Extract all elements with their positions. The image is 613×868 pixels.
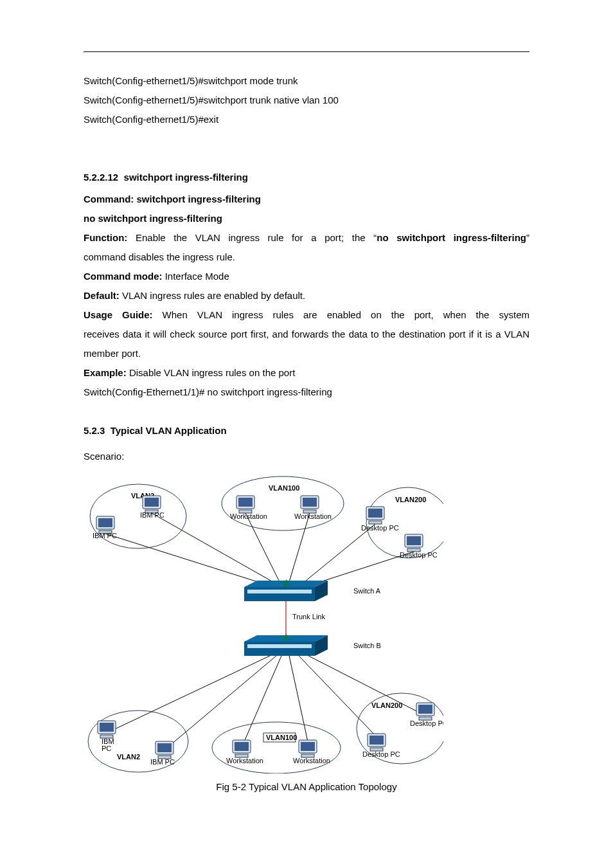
- mode-text: Interface Mode: [165, 271, 229, 282]
- svg-rect-55: [301, 742, 315, 751]
- svg-line-25: [302, 524, 375, 584]
- command-label: Command:: [84, 194, 134, 204]
- label-vlan100-bot: VLAN100: [266, 734, 297, 741]
- usage-text-2: receives data it will check source port …: [84, 325, 529, 363]
- pc-icon: [416, 703, 434, 720]
- svg-rect-52: [235, 742, 249, 751]
- svg-line-41: [308, 656, 425, 716]
- pc-icon: [155, 741, 173, 759]
- mode-label: Command mode:: [84, 271, 163, 282]
- default-line: Default: VLAN ingress rules are enabled …: [84, 286, 529, 305]
- svg-line-24: [289, 513, 310, 582]
- default-text: VLAN ingress rules are enabled by defaul…: [122, 290, 305, 301]
- switch-b-icon: [244, 635, 328, 656]
- label-switch-b: Switch B: [353, 642, 381, 649]
- label-desktop: Desktop PC: [410, 719, 443, 727]
- example-label: Example:: [84, 367, 127, 378]
- svg-rect-46: [100, 723, 114, 732]
- svg-line-22: [105, 534, 270, 586]
- config-line-3: Switch(Config-ethernet1/5)#exit: [84, 110, 529, 129]
- svg-line-39: [289, 656, 308, 745]
- function-text-b: no switchport ingress-filtering: [377, 232, 526, 243]
- svg-rect-10: [238, 498, 253, 507]
- heading-text-523: Typical VLAN Application: [111, 425, 227, 436]
- pc-icon: [143, 496, 161, 513]
- config-line-1: Switch(Config-ethernet1/5)#switchport mo…: [84, 71, 529, 91]
- pc-icon: [236, 496, 254, 513]
- function-text-2: command disables the ingress rule.: [84, 248, 529, 267]
- example-line: Example: Disable VLAN ingress rules on t…: [84, 363, 529, 383]
- label-vlan200-top: VLAN200: [395, 496, 426, 503]
- config-line-2: Switch(Config-ethernet1/5)#switchport tr…: [84, 91, 529, 110]
- function-text-a: Enable the VLAN ingress rule for a port;…: [136, 232, 377, 243]
- label-vlan2-bot: VLAN2: [117, 753, 140, 761]
- svg-marker-33: [244, 642, 315, 656]
- usage-label: Usage Guide:: [84, 309, 153, 320]
- content-top-rule: [84, 51, 529, 52]
- usage-line-1: Usage Guide: When VLAN ingress rules are…: [84, 305, 529, 325]
- scenario-label: Scenario:: [84, 447, 529, 466]
- default-label: Default:: [84, 290, 120, 301]
- label-vlan200-bot: VLAN200: [371, 701, 402, 709]
- svg-rect-62: [369, 736, 384, 745]
- pc-icon: [98, 721, 116, 738]
- command-text: switchport ingress-filtering: [137, 194, 261, 204]
- heading-text: switchport ingress-filtering: [124, 172, 248, 183]
- section-heading-523: 5.2.3 Typical VLAN Application: [84, 421, 529, 440]
- pc-icon: [233, 740, 251, 757]
- label-workstation: Workstation: [293, 757, 330, 764]
- pc-icon: [96, 516, 114, 534]
- example-text: Disable VLAN ingress rules on the port: [129, 367, 295, 378]
- function-label: Function:: [84, 232, 127, 243]
- label-workstation: Workstation: [294, 512, 332, 520]
- svg-rect-30: [247, 590, 312, 593]
- label-workstation: Workstation: [226, 757, 263, 764]
- topology-diagram: VLAN2 VLAN100 VLAN200 IBM PC IBM PC Work…: [84, 471, 443, 773]
- figure-caption: Fig 5-2 Typical VLAN Application Topolog…: [84, 777, 529, 797]
- heading-number: 5.2.2.12: [84, 172, 118, 183]
- pc-icon: [405, 534, 423, 552]
- usage-text-1: When VLAN ingress rules are enabled on t…: [163, 309, 529, 320]
- svg-line-23: [245, 513, 280, 582]
- svg-rect-13: [303, 498, 317, 507]
- svg-rect-59: [418, 705, 432, 714]
- svg-rect-4: [145, 498, 159, 507]
- pc-icon: [368, 734, 386, 751]
- label-switch-a: Switch A: [353, 587, 381, 595]
- svg-line-36: [109, 656, 270, 732]
- command-line: Command: switchport ingress-filtering: [84, 190, 529, 209]
- label-desktop: Desktop PC: [400, 551, 438, 559]
- svg-rect-19: [407, 536, 421, 545]
- heading-number-523: 5.2.3: [84, 425, 105, 436]
- mode-line: Command mode: Interface Mode: [84, 267, 529, 286]
- label-vlan100-top: VLAN100: [269, 484, 299, 492]
- label-ibmpc: IBM PC: [150, 758, 175, 766]
- switch-a-icon: [244, 580, 328, 601]
- pc-icon: [366, 507, 384, 524]
- function-line: Function: Enable the VLAN ingress rule f…: [84, 228, 529, 248]
- svg-rect-49: [157, 743, 172, 752]
- svg-line-38: [243, 656, 281, 745]
- label-trunk-link: Trunk Link: [292, 613, 325, 620]
- svg-rect-7: [98, 518, 112, 527]
- svg-line-21: [152, 513, 276, 584]
- no-form: no switchport ingress-filtering: [84, 209, 529, 228]
- svg-point-43: [212, 722, 341, 773]
- pc-icon: [299, 740, 317, 757]
- label-desktop: Desktop PC: [362, 750, 400, 758]
- example-command: Switch(Config-Ethernet1/1)# no switchpor…: [84, 383, 529, 402]
- label-pc: PC: [102, 745, 111, 752]
- function-text-c: ”: [526, 232, 529, 243]
- label-ibmpc: IBM PC: [140, 511, 164, 519]
- section-heading-52212: 5.2.2.12 switchport ingress-filtering: [84, 168, 529, 187]
- pc-icon: [301, 496, 319, 513]
- svg-rect-35: [247, 644, 312, 648]
- svg-rect-16: [368, 509, 382, 518]
- svg-marker-28: [244, 587, 315, 601]
- label-ibmpc: IBM PC: [93, 532, 117, 539]
